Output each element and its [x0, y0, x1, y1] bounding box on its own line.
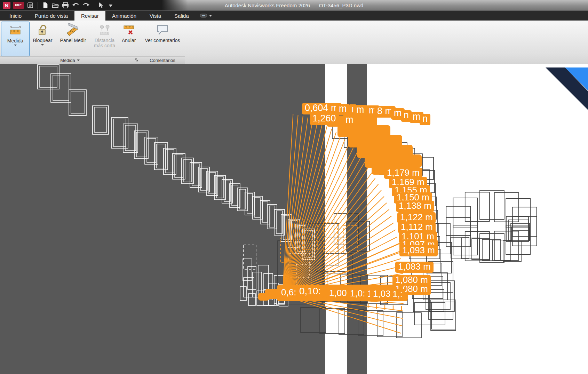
- tab-punto-de-vista[interactable]: Punto de vista: [28, 11, 74, 21]
- measurement-label: m: [353, 105, 367, 116]
- tab-inicio[interactable]: Inicio: [3, 11, 28, 21]
- measurement-label: n: [420, 114, 430, 125]
- ribbon-display-options[interactable]: [196, 11, 216, 21]
- freedom-badge: FRE: [13, 2, 24, 9]
- tab-vista[interactable]: Vista: [143, 11, 168, 21]
- select-cursor-icon[interactable]: [97, 1, 104, 9]
- ver-comentarios-button[interactable]: Ver comentarios: [141, 22, 184, 56]
- toolbar-separator: [38, 2, 38, 9]
- distancia-mas-corta-label: Distancia más corta: [91, 38, 118, 48]
- measurement-label: 1,00: [326, 288, 350, 299]
- anular-button[interactable]: Anular: [119, 22, 139, 56]
- ver-comentarios-label: Ver comentarios: [145, 38, 180, 43]
- ribbon-empty-area: [185, 21, 588, 64]
- measurement-label: m: [343, 115, 356, 126]
- new-document-icon[interactable]: [41, 1, 49, 9]
- chevron-down-icon: [77, 59, 80, 61]
- bloquear-label: Bloquear: [33, 38, 52, 43]
- toolbar-separator: [93, 2, 93, 9]
- chevron-down-icon: [14, 45, 17, 46]
- comments-icon: [156, 23, 169, 38]
- measurement-label: 1,:: [390, 289, 405, 300]
- title-bar: N FRE Autodesk Navisworks Freedom 2026: [0, 0, 588, 11]
- ribbon-group-comentarios: Ver comentarios Comentarios: [140, 21, 185, 64]
- document-filename: OT-3456_P3D.nwd: [319, 2, 364, 8]
- group-caption-medida[interactable]: Medida: [0, 56, 140, 64]
- measurement-label: m: [336, 104, 350, 115]
- measurement-label-cluster: [258, 293, 269, 301]
- measurement-label: 0,10:: [296, 286, 324, 298]
- app-title: Autodesk Navisworks Freedom 2026: [225, 2, 310, 8]
- toolbar-options-icon[interactable]: [107, 1, 114, 9]
- measurement-label: 0,6:: [278, 287, 299, 299]
- chevron-down-icon: [41, 44, 44, 46]
- quick-access-toolbar: N FRE: [0, 0, 188, 10]
- measurement-label: 1,083 m: [395, 262, 434, 273]
- group-caption-comentarios: Comentarios: [140, 56, 185, 64]
- measurement-label: 1,138 m: [396, 201, 434, 212]
- print-icon[interactable]: [62, 1, 69, 9]
- ribbon-group-medida: Medida Bloquear: [0, 21, 140, 64]
- report-icon[interactable]: [26, 1, 34, 9]
- anular-label: Anular: [122, 38, 136, 43]
- navisworks-logo-icon[interactable]: N: [3, 2, 10, 9]
- viewcube-menu-icon: [200, 13, 207, 18]
- undo-icon[interactable]: [72, 1, 79, 9]
- tab-revisar[interactable]: Revisar: [74, 11, 105, 21]
- ribbon: Medida Bloquear: [0, 21, 588, 64]
- panel-medir-button[interactable]: Panel Medir: [56, 22, 90, 56]
- group-caption-label: Medida: [60, 58, 75, 63]
- redo-icon[interactable]: [82, 1, 89, 9]
- distancia-mas-corta-button: Distancia más corta: [91, 22, 118, 56]
- open-folder-icon[interactable]: [51, 1, 59, 9]
- lock-icon: [36, 23, 49, 38]
- measurement-label: 1,093 m: [399, 245, 438, 256]
- model-viewport[interactable]: 0,604 mmımm8 mmnmn1,260m1,179 m1,169 m1,…: [0, 64, 588, 374]
- bloquear-button[interactable]: Bloquear: [30, 22, 55, 56]
- tab-animacion[interactable]: Animación: [105, 11, 143, 21]
- dialog-launcher-icon[interactable]: [134, 58, 138, 62]
- viewport-canvas[interactable]: [0, 64, 588, 374]
- group-caption-label: Comentarios: [150, 58, 175, 63]
- chevron-down-icon: [209, 15, 212, 17]
- measurement-label: 0,604 m: [302, 103, 342, 114]
- panel-medir-label: Panel Medir: [60, 38, 86, 43]
- medida-label: Medida: [7, 38, 23, 43]
- shortest-distance-icon: [98, 23, 112, 38]
- panel-measure-icon: [66, 23, 80, 38]
- measurement-label: 1,260: [310, 113, 339, 125]
- cancel-measure-icon: [122, 23, 136, 38]
- tab-salida[interactable]: Salida: [168, 11, 196, 21]
- measure-icon: [9, 23, 22, 38]
- ribbon-tab-bar: Inicio Punto de vista Revisar Animación …: [0, 11, 588, 21]
- medida-button[interactable]: Medida: [1, 22, 30, 56]
